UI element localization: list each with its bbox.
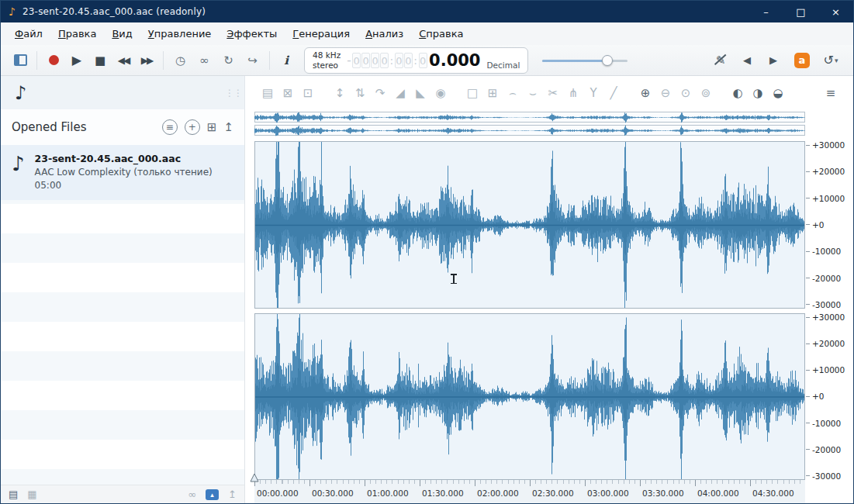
playback-mode-group: ◷∞↻↪ — [168, 49, 264, 72]
waveform-right-canvas[interactable] — [255, 314, 804, 479]
amplitude-tick-label: +10000 — [806, 366, 853, 374]
menu-item[interactable]: Правка — [50, 25, 104, 43]
follow-cursor-icon[interactable]: ↪ — [240, 49, 264, 72]
merge-icon[interactable]: Y — [583, 82, 603, 104]
fit-vertical-icon[interactable]: ↕ — [330, 82, 350, 104]
curve-convex-icon[interactable]: ⌣ — [523, 82, 543, 104]
stop-button[interactable]: ■ — [88, 49, 112, 72]
fade-out-icon[interactable]: ◣ — [410, 82, 430, 104]
link-view-icon[interactable]: ∞ — [188, 488, 196, 500]
chevron-down-icon: ▾ — [835, 57, 838, 64]
delete-icon[interactable]: ⊠ — [278, 82, 298, 104]
select-add-icon[interactable]: ⊞ — [482, 82, 503, 104]
nav-forward-button[interactable]: ▶ — [762, 49, 785, 72]
maximize-button[interactable]: □ — [783, 1, 818, 22]
playback-speed-icon[interactable]: ◷ — [168, 49, 192, 72]
menu-item[interactable]: Анализ — [358, 25, 411, 43]
playhead-marker[interactable] — [250, 473, 259, 482]
menu-item[interactable]: Генерация — [285, 25, 358, 43]
volume-fill — [542, 60, 607, 62]
waveform-channel-right[interactable] — [254, 313, 805, 480]
filter-icon[interactable]: ≡ — [162, 119, 178, 135]
add-file-icon[interactable]: + — [185, 119, 200, 135]
file-list-item[interactable]: ♪ 23-sent-20.45.aac_000.aac AAC Low Comp… — [1, 145, 244, 200]
amplitude-tick-label: -10000 — [806, 419, 853, 427]
loop-playback-icon[interactable]: ∞ — [192, 49, 216, 72]
main-toolbar: ▶ ■ ◀◀ ▶▶ ◷∞↻↪ i 48 kHz stereo - 0000:00… — [1, 45, 853, 76]
file-name: 23-sent-20.45.aac_000.aac — [35, 153, 213, 164]
fade-in-icon[interactable]: ◢ — [390, 82, 410, 104]
menu-item[interactable]: Вид — [104, 25, 140, 43]
curve-concave-icon[interactable]: ⌢ — [503, 82, 523, 104]
record-icon — [49, 55, 59, 65]
playlist-icon[interactable]: ≡ — [821, 82, 841, 104]
time-tick-label: 01:00.000 — [365, 480, 420, 504]
zoom-out-icon[interactable]: ⊖ — [655, 82, 676, 104]
time-tick-label: 03:00.000 — [585, 480, 640, 504]
history-button[interactable]: ↺ ▾ — [819, 49, 842, 72]
close-button[interactable]: × — [818, 1, 853, 22]
zoom-fit-icon[interactable]: ⊚ — [696, 82, 716, 104]
marker-start-icon[interactable]: ◐ — [728, 82, 748, 104]
export-file-icon[interactable]: ↥ — [223, 120, 233, 134]
duplicate-file-icon[interactable]: ⊞ — [207, 120, 217, 134]
amplitude-ruler: +30000+20000+10000+0-10000-20000-30000 +… — [805, 112, 853, 503]
panel-resize-grip[interactable]: ⋮⋮ — [225, 88, 242, 98]
align-center-icon[interactable]: ⇅ — [350, 82, 370, 104]
waveform-overview[interactable] — [254, 112, 805, 138]
amplitude-tick-label: +30000 — [806, 141, 853, 149]
waveform-column: 00:00.00000:30.00001:00.00001:30.00002:0… — [254, 112, 805, 503]
split-icon[interactable]: ⋔ — [563, 82, 583, 104]
marker-mid-icon[interactable]: ◑ — [748, 82, 768, 104]
time-tick-label: 00:30.000 — [309, 480, 365, 504]
sidebar-panel-icon — [14, 54, 27, 66]
volume-handle[interactable] — [602, 55, 613, 66]
marker-end-icon[interactable]: ◒ — [768, 82, 788, 104]
file-tab-strip: ♪ ⋮⋮ — [1, 76, 245, 109]
window-title: 23-sent-20.45.aac_000.aac (readonly) — [22, 6, 206, 17]
zoom-in-icon[interactable]: ⊕ — [635, 82, 655, 104]
amplitude-ruler-left: +30000+20000+10000+0-10000-20000-30000 — [805, 141, 853, 309]
waveform-left-canvas[interactable] — [255, 142, 804, 308]
compact-view-icon[interactable]: ▦ — [27, 488, 36, 500]
trim-icon[interactable]: ⊡ — [298, 82, 318, 104]
nav-back-button[interactable]: ◀ — [735, 49, 759, 72]
list-view-icon[interactable]: ▤ — [9, 488, 18, 500]
file-tab-note-icon[interactable]: ♪ — [15, 82, 26, 104]
minimize-button[interactable]: – — [749, 1, 783, 22]
rewind-button[interactable]: ◀◀ — [112, 49, 135, 72]
time-ruler[interactable]: 00:00.00000:30.00001:00.00001:30.00002:0… — [254, 480, 805, 504]
thumbnail-view-icon[interactable]: ▴ — [206, 489, 219, 500]
play-button[interactable]: ▶ — [65, 49, 88, 72]
repeat-icon[interactable]: ↻ — [216, 49, 240, 72]
mouse-cursor — [453, 274, 455, 284]
ocenaudio-logo-button[interactable]: a — [794, 53, 810, 68]
time-tick-row: 00:00.00000:30.00001:00.00001:30.00002:0… — [254, 480, 805, 504]
menu-item[interactable]: Эффекты — [219, 25, 285, 43]
waveform-overview-canvas[interactable] — [254, 112, 805, 136]
invert-icon[interactable]: ↷ — [370, 82, 390, 104]
menu-item[interactable]: Файл — [7, 25, 50, 43]
volume-slider[interactable] — [542, 49, 628, 72]
menu-item[interactable]: Справка — [411, 25, 471, 43]
normalize-icon[interactable]: ◉ — [430, 82, 451, 104]
fast-forward-button[interactable]: ▶▶ — [135, 49, 158, 72]
select-rect-icon[interactable]: □ — [462, 82, 482, 104]
record-button[interactable] — [42, 49, 65, 72]
scissors-icon[interactable]: ✂ — [543, 82, 563, 104]
file-list: ♪ 23-sent-20.45.aac_000.aac AAC Low Comp… — [1, 145, 244, 485]
anchor-icon[interactable]: ↥ — [228, 488, 237, 500]
time-tick-label: 01:30.000 — [420, 480, 475, 504]
menu-item[interactable]: Управление — [140, 25, 220, 43]
amplitude-tick-label: +0 — [806, 392, 853, 400]
zoom-selection-icon[interactable]: ⊙ — [676, 82, 696, 104]
format-status: 48 kHz stereo — [313, 50, 341, 69]
edit-toolbar: ♪ ⋮⋮ ▤⊠⊡↕⇅↷◢◣◉□⊞⌢⌣✂⋔Y╱⊕⊖⊙⊚◐◑◒≡ — [1, 76, 853, 109]
waveform-channel-left[interactable] — [254, 141, 805, 309]
sidebar-toggle-button[interactable] — [9, 49, 32, 72]
time-format-label: Decimal — [486, 60, 520, 70]
window-controls: – □ × — [749, 1, 853, 22]
info-button[interactable]: i — [275, 49, 298, 72]
line-tool-icon[interactable]: ╱ — [603, 82, 624, 104]
paste-icon[interactable]: ▤ — [258, 82, 278, 104]
